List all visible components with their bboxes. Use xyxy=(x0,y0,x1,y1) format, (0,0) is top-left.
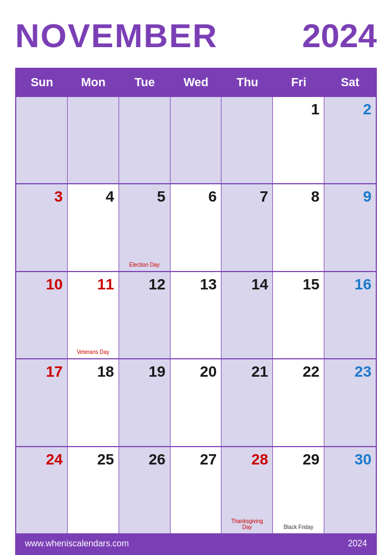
day-number: 7 xyxy=(226,188,268,206)
footer-year: 2024 xyxy=(348,539,367,548)
day-cell: 3 xyxy=(16,184,68,270)
day-number: 30 xyxy=(329,450,371,469)
day-number: 27 xyxy=(175,450,217,469)
day-cell: 16 xyxy=(324,272,376,358)
month-title: NOVEMBER xyxy=(15,16,218,55)
day-number: 8 xyxy=(277,188,319,206)
day-number: 25 xyxy=(72,450,114,469)
day-cell: 2 xyxy=(324,97,376,183)
day-cell: 30 xyxy=(324,447,376,533)
day-header-tue: Tue xyxy=(119,69,171,96)
day-number: 10 xyxy=(21,275,63,294)
day-cell: 5Election Day xyxy=(119,184,171,270)
day-number: 11 xyxy=(72,275,114,294)
day-header-mon: Mon xyxy=(68,69,119,96)
day-number: 19 xyxy=(123,363,166,381)
day-number: 26 xyxy=(123,450,166,469)
week-row-5: 2425262728Thanksgiving Day29Black Friday… xyxy=(16,446,376,533)
day-cell: 1 xyxy=(273,97,324,183)
day-header-thu: Thu xyxy=(221,69,273,96)
day-header-sat: Sat xyxy=(324,69,376,96)
day-cell: 14 xyxy=(221,272,273,358)
day-number: 5 xyxy=(123,188,166,206)
page: NOVEMBER 2024 SunMonTueWedThuFriSat 1234… xyxy=(0,0,392,555)
week-row-1: 12 xyxy=(16,96,376,183)
day-cell: 11Veterans Day xyxy=(68,272,119,358)
day-header-fri: Fri xyxy=(273,69,324,96)
calendar-footer: www.wheniscalendars.com 2024 xyxy=(16,533,376,554)
day-header-wed: Wed xyxy=(171,69,222,96)
day-cell: 21 xyxy=(221,359,273,446)
event-label: Black Friday xyxy=(277,522,319,530)
day-number: 17 xyxy=(21,363,63,381)
day-headers: SunMonTueWedThuFriSat xyxy=(16,69,376,96)
day-number: 13 xyxy=(175,275,217,294)
calendar: SunMonTueWedThuFriSat 12345Election Day6… xyxy=(15,68,377,555)
day-number: 9 xyxy=(329,188,371,206)
year-title: 2024 xyxy=(302,16,377,55)
day-number: 3 xyxy=(21,188,63,206)
day-number: 18 xyxy=(72,363,114,381)
day-number: 16 xyxy=(329,275,371,294)
day-number: 24 xyxy=(21,450,63,469)
day-number: 20 xyxy=(175,363,217,381)
day-number: 12 xyxy=(123,275,166,294)
day-cell: 20 xyxy=(171,359,222,446)
week-row-4: 17181920212223 xyxy=(16,358,376,446)
event-label: Thanksgiving Day xyxy=(226,516,268,530)
day-cell: 4 xyxy=(68,184,119,270)
event-label: Election Day xyxy=(123,260,166,268)
day-cell: 25 xyxy=(68,447,119,533)
week-row-3: 1011Veterans Day1213141516 xyxy=(16,271,376,358)
day-number: 4 xyxy=(72,188,114,206)
day-cell xyxy=(16,97,68,183)
day-number: 28 xyxy=(226,450,268,469)
day-cell: 22 xyxy=(273,359,324,446)
day-number: 21 xyxy=(226,363,268,381)
day-number: 1 xyxy=(277,100,319,119)
event-label: Veterans Day xyxy=(72,347,114,355)
day-cell: 12 xyxy=(119,272,171,358)
day-cell: 17 xyxy=(16,359,68,446)
day-cell: 7 xyxy=(221,184,273,270)
day-cell: 23 xyxy=(324,359,376,446)
day-cell: 29Black Friday xyxy=(273,447,324,533)
day-cell xyxy=(221,97,273,183)
day-number: 29 xyxy=(277,450,319,469)
calendar-header: NOVEMBER 2024 xyxy=(15,16,377,55)
day-cell: 26 xyxy=(119,447,171,533)
day-cell: 6 xyxy=(171,184,222,270)
day-cell: 27 xyxy=(171,447,222,533)
day-cell: 10 xyxy=(16,272,68,358)
day-cell: 28Thanksgiving Day xyxy=(221,447,273,533)
day-cell xyxy=(171,97,222,183)
day-cell: 19 xyxy=(119,359,171,446)
footer-website: www.wheniscalendars.com xyxy=(25,539,129,548)
day-cell xyxy=(119,97,171,183)
day-header-sun: Sun xyxy=(16,69,68,96)
day-cell: 13 xyxy=(171,272,222,358)
day-number: 14 xyxy=(226,275,268,294)
day-number: 6 xyxy=(175,188,217,206)
day-cell: 9 xyxy=(324,184,376,270)
day-number: 23 xyxy=(329,363,371,381)
day-number: 15 xyxy=(277,275,319,294)
day-number: 2 xyxy=(329,100,371,119)
day-cell: 15 xyxy=(273,272,324,358)
day-cell: 18 xyxy=(68,359,119,446)
day-cell: 24 xyxy=(16,447,68,533)
day-cell: 8 xyxy=(273,184,324,270)
day-cell xyxy=(68,97,119,183)
calendar-body: 12345Election Day67891011Veterans Day121… xyxy=(16,96,376,533)
day-number: 22 xyxy=(277,363,319,381)
week-row-2: 345Election Day6789 xyxy=(16,183,376,270)
